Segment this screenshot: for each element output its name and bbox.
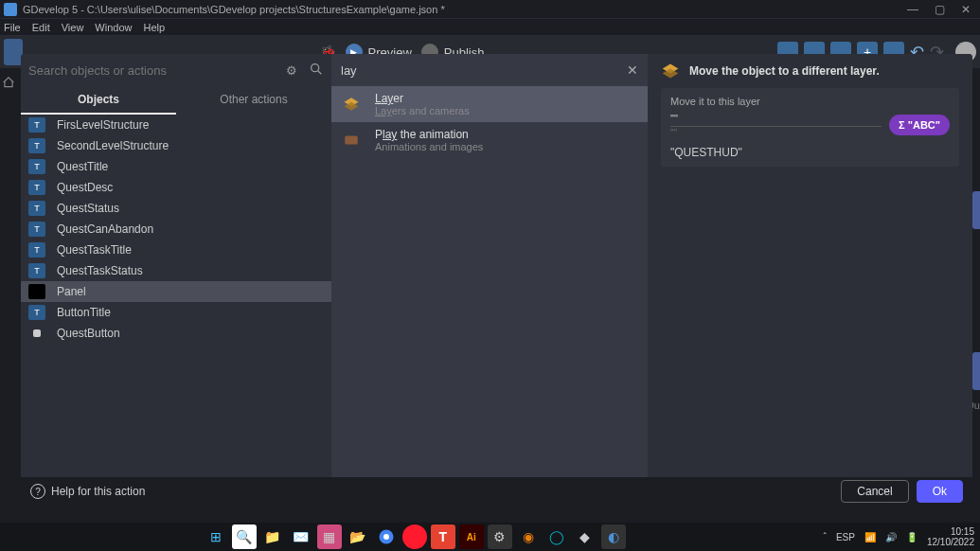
menu-file[interactable]: File [4,22,21,33]
side-handle-1[interactable] [972,191,980,229]
sprite-object-icon [33,329,41,337]
help-icon: ? [30,484,45,499]
actions-panel: ✕ Layer Layers and cameras [331,54,648,477]
object-label: FirsLevelStructure [57,118,149,132]
tb-app-icon[interactable]: ▦ [317,524,342,549]
tab-other-actions[interactable]: Other actions [176,86,331,115]
tray-volume-icon[interactable]: 🔊 [885,532,897,542]
search-icon[interactable] [309,62,324,80]
tb-app2-icon[interactable]: ⚙ [488,524,512,549]
text-object-icon: T [28,159,45,174]
action-layer[interactable]: Layer Layers and cameras [331,86,648,122]
object-label: QuestStatus [57,202,119,215]
object-label: QuestTitle [57,160,108,173]
tray-wifi-icon[interactable]: 📶 [864,532,876,542]
object-item[interactable]: QuestButton [21,323,331,344]
parameters-panel: Move the object to a different layer. Mo… [648,54,972,477]
clear-search-icon[interactable]: ✕ [627,62,638,78]
ok-button[interactable]: Ok [917,480,963,503]
windows-taskbar: ⊞ 🔍 📁 ✉️ ▦ 📂 T Ai ⚙ ◉ ◯ ◆ ◐ ˆ ESP 📶 🔊 🔋 … [0,523,980,551]
text-object-icon: T [28,222,45,237]
action-title: Layer [375,92,470,105]
tb-app4-icon[interactable]: ◆ [573,524,597,549]
field-label: Move it to this layer [670,96,950,107]
object-label: QuestTaskTitle [57,243,132,257]
tb-todoist-icon[interactable]: T [431,524,455,549]
tray-chevron-icon[interactable]: ˆ [824,532,827,542]
tb-gdevelop-icon[interactable]: ◐ [601,524,626,549]
window-controls: — ▢ ✕ [906,3,972,16]
menu-window[interactable]: Window [95,22,132,33]
tb-mail-icon[interactable]: ✉️ [289,524,313,549]
object-label: QuestTaskStatus [57,264,143,277]
object-item[interactable]: TQuestTitle [21,156,331,177]
help-label: Help for this action [51,485,145,498]
action-header: Move the object to a different layer. [689,64,880,78]
action-search-input[interactable] [341,63,627,78]
minimize-button[interactable]: — [906,3,919,16]
action-subtitle: Animations and images [375,141,483,152]
cancel-button[interactable]: Cancel [841,480,908,503]
tb-search-icon[interactable]: 🔍 [232,524,257,549]
menubar: File Edit View Window Help [0,19,980,36]
object-item[interactable]: TQuestCanAbandon [21,219,331,240]
home-icon[interactable] [2,76,15,89]
menu-view[interactable]: View [62,22,84,33]
layer-input[interactable] [670,111,882,127]
object-item[interactable]: TQuestDesc [21,177,331,198]
text-object-icon: T [28,201,45,216]
text-object-icon: T [28,138,45,153]
tb-opera-icon[interactable] [402,524,427,549]
filter-icon[interactable]: ⚙ [286,63,301,78]
object-item-selected[interactable]: Panel [21,281,331,302]
action-dialog: ⚙ Objects Other actions TFirsLevelStruct… [21,54,972,506]
tray-clock[interactable]: 10:15 12/10/2022 [927,526,974,547]
action-subtitle: Layers and cameras [375,105,470,116]
object-label: QuestCanAbandon [57,222,153,236]
close-button[interactable]: ✕ [959,3,972,16]
menu-edit[interactable]: Edit [32,22,50,33]
objects-search-input[interactable] [28,63,278,78]
object-item[interactable]: TFirsLevelStructure [21,115,331,135]
help-link[interactable]: ? Help for this action [30,484,145,499]
tb-app3-icon[interactable]: ◯ [544,524,569,549]
tray-battery-icon[interactable]: 🔋 [906,532,918,542]
action-title: Play the animation [375,128,483,141]
object-item[interactable]: TQuestTaskTitle [21,240,331,260]
svg-point-8 [383,534,389,540]
svg-point-0 [312,63,319,71]
tb-start-icon[interactable]: ⊞ [204,524,228,549]
maximize-button[interactable]: ▢ [933,3,946,16]
titlebar: GDevelop 5 - C:\Users\ulise\Documents\GD… [0,0,980,19]
project-manager-button[interactable] [4,39,23,65]
tb-illustrator-icon[interactable]: Ai [459,524,484,549]
action-play-animation[interactable]: Play the animation Animations and images [331,122,648,158]
layers-icon [341,94,362,115]
text-object-icon: T [28,180,45,195]
tab-objects[interactable]: Objects [21,86,176,115]
animation-icon [341,130,362,151]
questhud-value[interactable]: "QUESTHUD" [670,146,950,159]
object-item[interactable]: TQuestTaskStatus [21,260,331,281]
object-label: SecondLevelStructure [57,139,169,152]
input-hint: "" [670,128,882,138]
text-object-icon: T [28,263,45,278]
object-list: TFirsLevelStructure TSecondLevelStructur… [21,115,331,477]
tb-chrome-icon[interactable] [374,524,399,549]
object-item[interactable]: TButtonTitle [21,302,331,323]
dialog-footer: ? Help for this action Cancel Ok [21,477,972,506]
expression-abc-button[interactable]: Σ "ABC" [889,115,950,135]
tb-blender-icon[interactable]: ◉ [516,524,541,549]
object-label: QuestDesc [57,181,113,194]
text-object-icon: T [28,117,45,133]
left-rail [0,68,17,523]
side-handle-2[interactable] [972,352,980,390]
tray-lang[interactable]: ESP [836,532,855,542]
object-item[interactable]: TSecondLevelStructure [21,135,331,156]
tb-folder-icon[interactable]: 📂 [346,524,370,549]
tb-explorer-icon[interactable]: 📁 [260,524,285,549]
menu-help[interactable]: Help [143,22,165,33]
date-label: 12/10/2022 [927,537,974,547]
object-item[interactable]: TQuestStatus [21,198,331,219]
window-title: GDevelop 5 - C:\Users\ulise\Documents\GD… [23,4,906,15]
